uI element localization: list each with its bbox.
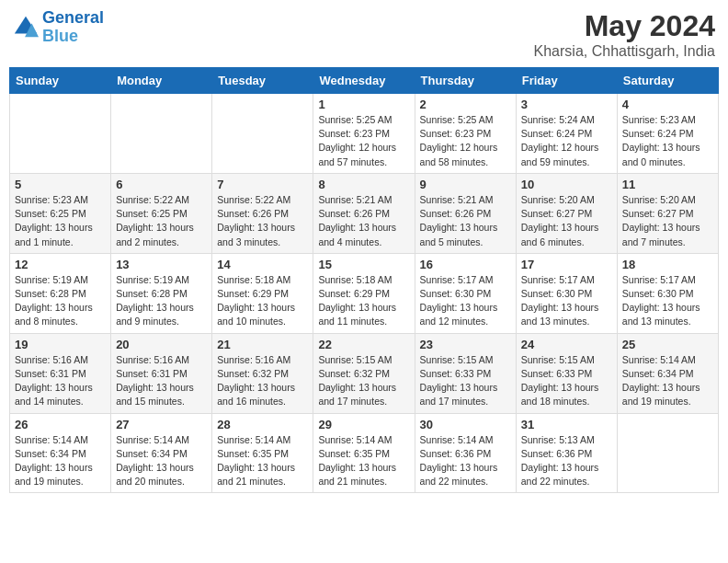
calendar-cell: 26Sunrise: 5:14 AM Sunset: 6:34 PM Dayli… [10, 413, 111, 493]
day-number: 31 [521, 418, 612, 431]
day-number: 13 [116, 258, 207, 271]
day-info: Sunrise: 5:16 AM Sunset: 6:31 PM Dayligh… [116, 353, 207, 409]
day-info: Sunrise: 5:15 AM Sunset: 6:32 PM Dayligh… [318, 353, 409, 409]
day-info: Sunrise: 5:25 AM Sunset: 6:23 PM Dayligh… [318, 113, 409, 169]
day-info: Sunrise: 5:17 AM Sunset: 6:30 PM Dayligh… [420, 273, 511, 329]
day-number: 17 [521, 258, 612, 271]
day-number: 2 [420, 98, 511, 111]
day-info: Sunrise: 5:21 AM Sunset: 6:26 PM Dayligh… [318, 193, 409, 249]
day-number: 28 [217, 418, 308, 431]
calendar-cell: 12Sunrise: 5:19 AM Sunset: 6:28 PM Dayli… [10, 253, 111, 333]
calendar-cell: 1Sunrise: 5:25 AM Sunset: 6:23 PM Daylig… [313, 94, 415, 174]
calendar-cell: 10Sunrise: 5:20 AM Sunset: 6:27 PM Dayli… [516, 173, 617, 253]
day-number: 29 [318, 418, 409, 431]
day-number: 14 [217, 258, 308, 271]
day-info: Sunrise: 5:23 AM Sunset: 6:25 PM Dayligh… [15, 193, 106, 249]
day-info: Sunrise: 5:14 AM Sunset: 6:34 PM Dayligh… [116, 433, 207, 489]
day-info: Sunrise: 5:24 AM Sunset: 6:24 PM Dayligh… [521, 113, 612, 169]
calendar-cell: 22Sunrise: 5:15 AM Sunset: 6:32 PM Dayli… [313, 333, 415, 413]
day-info: Sunrise: 5:14 AM Sunset: 6:36 PM Dayligh… [420, 433, 511, 489]
calendar-cell: 18Sunrise: 5:17 AM Sunset: 6:30 PM Dayli… [617, 253, 718, 333]
day-number: 8 [318, 178, 409, 191]
calendar-cell: 11Sunrise: 5:20 AM Sunset: 6:27 PM Dayli… [617, 173, 718, 253]
day-info: Sunrise: 5:20 AM Sunset: 6:27 PM Dayligh… [521, 193, 612, 249]
day-info: Sunrise: 5:18 AM Sunset: 6:29 PM Dayligh… [217, 273, 308, 329]
calendar-cell: 17Sunrise: 5:17 AM Sunset: 6:30 PM Dayli… [516, 253, 617, 333]
day-info: Sunrise: 5:13 AM Sunset: 6:36 PM Dayligh… [521, 433, 612, 489]
title-block: May 2024 Kharsia, Chhattisgarh, India [534, 9, 715, 60]
day-number: 21 [217, 338, 308, 351]
day-number: 22 [318, 338, 409, 351]
calendar-table: SundayMondayTuesdayWednesdayThursdayFrid… [9, 67, 719, 493]
day-number: 26 [15, 418, 106, 431]
calendar-cell: 14Sunrise: 5:18 AM Sunset: 6:29 PM Dayli… [212, 253, 313, 333]
day-number: 19 [15, 338, 106, 351]
weekday-header-wednesday: Wednesday [313, 68, 415, 94]
day-number: 5 [15, 178, 106, 191]
day-info: Sunrise: 5:23 AM Sunset: 6:24 PM Dayligh… [622, 113, 713, 169]
weekday-header-monday: Monday [111, 68, 212, 94]
calendar-week-3: 12Sunrise: 5:19 AM Sunset: 6:28 PM Dayli… [10, 253, 719, 333]
calendar-cell: 9Sunrise: 5:21 AM Sunset: 6:26 PM Daylig… [415, 173, 516, 253]
day-info: Sunrise: 5:14 AM Sunset: 6:34 PM Dayligh… [15, 433, 106, 489]
day-info: Sunrise: 5:14 AM Sunset: 6:34 PM Dayligh… [622, 353, 713, 409]
calendar-cell: 24Sunrise: 5:15 AM Sunset: 6:33 PM Dayli… [516, 333, 617, 413]
calendar-cell: 31Sunrise: 5:13 AM Sunset: 6:36 PM Dayli… [516, 413, 617, 493]
day-number: 3 [521, 98, 612, 111]
day-number: 25 [622, 338, 713, 351]
logo-icon [13, 15, 39, 40]
day-info: Sunrise: 5:14 AM Sunset: 6:35 PM Dayligh… [217, 433, 308, 489]
calendar-cell: 6Sunrise: 5:22 AM Sunset: 6:25 PM Daylig… [111, 173, 212, 253]
day-info: Sunrise: 5:22 AM Sunset: 6:26 PM Dayligh… [217, 193, 308, 249]
day-number: 27 [116, 418, 207, 431]
day-info: Sunrise: 5:14 AM Sunset: 6:35 PM Dayligh… [318, 433, 409, 489]
weekday-header-saturday: Saturday [617, 68, 718, 94]
day-number: 7 [217, 178, 308, 191]
calendar-week-2: 5Sunrise: 5:23 AM Sunset: 6:25 PM Daylig… [10, 173, 719, 253]
calendar-cell: 2Sunrise: 5:25 AM Sunset: 6:23 PM Daylig… [415, 94, 516, 174]
calendar-cell [212, 94, 313, 174]
calendar-cell: 3Sunrise: 5:24 AM Sunset: 6:24 PM Daylig… [516, 94, 617, 174]
day-number: 20 [116, 338, 207, 351]
day-info: Sunrise: 5:15 AM Sunset: 6:33 PM Dayligh… [420, 353, 511, 409]
month-title: May 2024 [534, 9, 715, 43]
day-number: 30 [420, 418, 511, 431]
day-number: 15 [318, 258, 409, 271]
calendar-cell: 29Sunrise: 5:14 AM Sunset: 6:35 PM Dayli… [313, 413, 415, 493]
calendar-cell: 4Sunrise: 5:23 AM Sunset: 6:24 PM Daylig… [617, 94, 718, 174]
weekday-header-tuesday: Tuesday [212, 68, 313, 94]
weekday-header-sunday: Sunday [10, 68, 111, 94]
day-number: 16 [420, 258, 511, 271]
calendar-cell: 28Sunrise: 5:14 AM Sunset: 6:35 PM Dayli… [212, 413, 313, 493]
day-info: Sunrise: 5:17 AM Sunset: 6:30 PM Dayligh… [622, 273, 713, 329]
calendar-cell: 30Sunrise: 5:14 AM Sunset: 6:36 PM Dayli… [415, 413, 516, 493]
day-number: 24 [521, 338, 612, 351]
calendar-cell: 16Sunrise: 5:17 AM Sunset: 6:30 PM Dayli… [415, 253, 516, 333]
calendar-cell: 7Sunrise: 5:22 AM Sunset: 6:26 PM Daylig… [212, 173, 313, 253]
day-info: Sunrise: 5:19 AM Sunset: 6:28 PM Dayligh… [116, 273, 207, 329]
calendar-cell: 20Sunrise: 5:16 AM Sunset: 6:31 PM Dayli… [111, 333, 212, 413]
day-info: Sunrise: 5:16 AM Sunset: 6:32 PM Dayligh… [217, 353, 308, 409]
day-number: 4 [622, 98, 713, 111]
day-info: Sunrise: 5:19 AM Sunset: 6:28 PM Dayligh… [15, 273, 106, 329]
location-title: Kharsia, Chhattisgarh, India [534, 43, 715, 60]
day-info: Sunrise: 5:17 AM Sunset: 6:30 PM Dayligh… [521, 273, 612, 329]
calendar-week-4: 19Sunrise: 5:16 AM Sunset: 6:31 PM Dayli… [10, 333, 719, 413]
logo: General Blue [13, 9, 104, 46]
logo-text: General Blue [42, 9, 104, 46]
weekday-header-friday: Friday [516, 68, 617, 94]
day-number: 6 [116, 178, 207, 191]
day-number: 11 [622, 178, 713, 191]
calendar-cell: 5Sunrise: 5:23 AM Sunset: 6:25 PM Daylig… [10, 173, 111, 253]
day-info: Sunrise: 5:20 AM Sunset: 6:27 PM Dayligh… [622, 193, 713, 249]
day-number: 18 [622, 258, 713, 271]
calendar-cell: 15Sunrise: 5:18 AM Sunset: 6:29 PM Dayli… [313, 253, 415, 333]
day-number: 23 [420, 338, 511, 351]
page-header: General Blue May 2024 Kharsia, Chhattisg… [9, 9, 719, 60]
weekday-header-thursday: Thursday [415, 68, 516, 94]
weekday-header-row: SundayMondayTuesdayWednesdayThursdayFrid… [10, 68, 719, 94]
day-info: Sunrise: 5:18 AM Sunset: 6:29 PM Dayligh… [318, 273, 409, 329]
calendar-cell [617, 413, 718, 493]
day-info: Sunrise: 5:25 AM Sunset: 6:23 PM Dayligh… [420, 113, 511, 169]
calendar-week-1: 1Sunrise: 5:25 AM Sunset: 6:23 PM Daylig… [10, 94, 719, 174]
